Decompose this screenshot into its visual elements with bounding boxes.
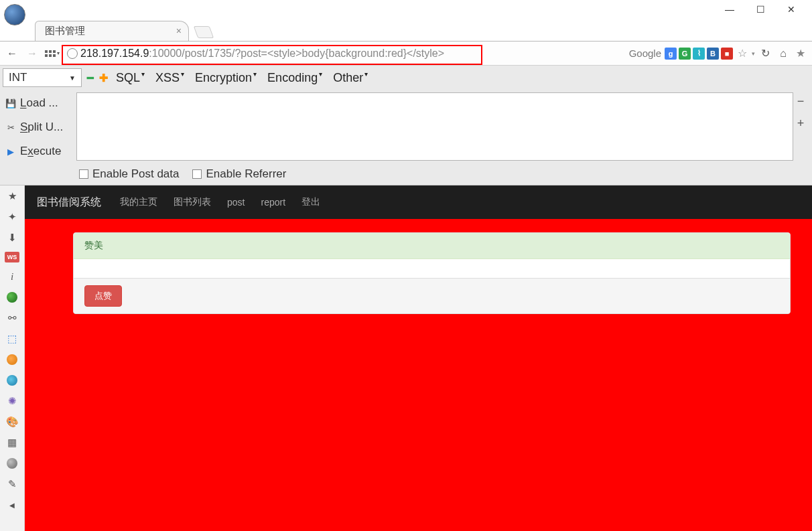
site-brand[interactable]: 图书借阅系统: [37, 196, 101, 210]
window-titlebar: — ☐ ✕: [0, 0, 812, 19]
new-tab-button[interactable]: [194, 26, 214, 38]
toolbar-right: Google g G ⌇ B ■ ☆▾ ↻ ⌂ ★: [629, 46, 808, 62]
chevron-down-icon: ▼: [69, 74, 76, 82]
sidebar-snail-icon[interactable]: [5, 374, 19, 387]
hackbar-options: Enable Post data Enable Referrer: [0, 163, 812, 185]
sidebar-puzzle-icon[interactable]: ✦: [5, 210, 19, 224]
scissors-icon: ✂: [5, 123, 16, 133]
forward-button[interactable]: →: [24, 46, 40, 62]
ext-g-icon[interactable]: G: [679, 48, 691, 60]
panel-footer: 点赞: [74, 278, 790, 313]
hackbar-expand-button[interactable]: +: [795, 117, 807, 131]
address-bar[interactable]: 218.197.154.9:10000/post/1735/?post=<sty…: [67, 48, 622, 60]
window-minimize-button[interactable]: —: [714, 0, 745, 19]
panel-title: 赞美: [74, 233, 790, 259]
disk-icon: 💾: [5, 98, 16, 108]
hackbar-panel: INT ▼ ━ ✚ SQL▾ XSS▾ Encryption▾ Encoding…: [0, 66, 812, 185]
url-text: 218.197.154.9:10000/post/1735/?post=<sty…: [80, 48, 444, 60]
hackbar-minus-icon[interactable]: ━: [87, 72, 94, 84]
hackbar-split-button[interactable]: ✂Split U...: [4, 118, 74, 137]
hackbar-toolbar: INT ▼ ━ ✚ SQL▾ XSS▾ Encryption▾ Encoding…: [0, 66, 812, 90]
nav-report[interactable]: report: [261, 197, 285, 208]
nav-book-list[interactable]: 图书列表: [174, 196, 211, 208]
home-button[interactable]: ⌂: [775, 46, 791, 62]
search-engine-label: Google: [629, 48, 661, 59]
tab-title: 图书管理: [45, 25, 85, 37]
nav-post[interactable]: post: [227, 197, 245, 208]
sidebar-wand-icon[interactable]: ✎: [5, 477, 19, 491]
hackbar-side-actions: 💾Load ... ✂Split U... ▶Execute: [0, 90, 74, 163]
google-icon[interactable]: g: [665, 48, 677, 60]
sidebar-inspect-icon[interactable]: ⬚: [5, 332, 19, 346]
nav-logout[interactable]: 登出: [301, 196, 320, 208]
hackbar-encoding-menu[interactable]: Encoding▾: [265, 71, 325, 85]
extensions-sidebar: ★ ✦ ⬇ WS i ⚯ ⬚ ✺ 🎨 ▦ ✎ ◀: [0, 185, 25, 531]
site-navbar: 图书借阅系统 我的主页 图书列表 post report 登出: [25, 185, 812, 219]
hackbar-plus-icon[interactable]: ✚: [99, 72, 108, 84]
ext-wifi-icon[interactable]: ⌇: [693, 48, 705, 60]
window-close-button[interactable]: ✕: [776, 0, 807, 19]
tiles-button[interactable]: ▾: [44, 46, 60, 62]
sidebar-download-icon[interactable]: ⬇: [5, 231, 19, 244]
page-content: 图书借阅系统 我的主页 图书列表 post report 登出 赞美 点赞: [25, 185, 812, 531]
tab-strip: 图书管理 ×: [0, 19, 812, 42]
like-button[interactable]: 点赞: [84, 285, 122, 307]
sidebar-link-icon[interactable]: ⚯: [5, 311, 19, 325]
navigation-bar: ← → ▾ 218.197.154.9:10000/post/1735/?pos…: [0, 42, 812, 66]
url-host: 218.197.154.9: [80, 48, 149, 59]
hackbar-type-value: INT: [9, 71, 27, 84]
play-icon: ▶: [5, 147, 16, 157]
hackbar-type-select[interactable]: INT ▼: [3, 68, 82, 87]
grid-icon: [45, 50, 56, 57]
close-tab-icon[interactable]: ×: [176, 25, 182, 36]
sidebar-layout-icon[interactable]: ▦: [5, 436, 19, 449]
browser-tab[interactable]: 图书管理 ×: [35, 21, 189, 41]
hackbar-load-button[interactable]: 💾Load ...: [4, 94, 74, 112]
sidebar-palette-icon[interactable]: 🎨: [5, 415, 19, 429]
url-path: :10000/post/1735/?post=<style>body{backg…: [149, 48, 444, 59]
sidebar-globe-icon[interactable]: [5, 291, 19, 304]
hackbar-sql-menu[interactable]: SQL▾: [113, 71, 147, 85]
ext-b-icon[interactable]: B: [707, 48, 719, 60]
hackbar-xss-menu[interactable]: XSS▾: [153, 71, 187, 85]
enable-post-checkbox[interactable]: Enable Post data: [79, 167, 179, 181]
sidebar-collapse-icon[interactable]: ◀: [5, 498, 19, 512]
hackbar-collapse-button[interactable]: −: [795, 94, 807, 108]
panel-body: [74, 259, 790, 278]
sidebar-ws-icon[interactable]: WS: [5, 252, 19, 262]
sidebar-sphere-icon[interactable]: [5, 457, 19, 470]
hackbar-input[interactable]: [76, 92, 793, 161]
enable-referrer-checkbox[interactable]: Enable Referrer: [192, 167, 286, 181]
app-logo-icon: [4, 4, 25, 25]
hackbar-encryption-menu[interactable]: Encryption▾: [192, 71, 259, 85]
sidebar-burst-icon[interactable]: ✺: [5, 394, 19, 408]
hackbar-other-menu[interactable]: Other▾: [330, 71, 370, 85]
hackbar-execute-button[interactable]: ▶Execute: [4, 142, 74, 161]
nav-home[interactable]: 我的主页: [120, 196, 157, 208]
window-maximize-button[interactable]: ☐: [745, 0, 776, 19]
praise-panel: 赞美 点赞: [73, 232, 791, 314]
ext-flag-icon[interactable]: ■: [721, 48, 733, 60]
sidebar-star-icon[interactable]: ★: [5, 189, 19, 203]
favorite-star-icon[interactable]: ★: [796, 47, 805, 60]
sidebar-cookie-icon[interactable]: [5, 353, 19, 366]
sidebar-info-icon[interactable]: i: [5, 270, 19, 283]
back-button[interactable]: ←: [4, 46, 20, 62]
bookmark-star-icon[interactable]: ☆: [738, 47, 747, 60]
globe-icon: [67, 48, 78, 59]
reload-button[interactable]: ↻: [757, 46, 773, 62]
